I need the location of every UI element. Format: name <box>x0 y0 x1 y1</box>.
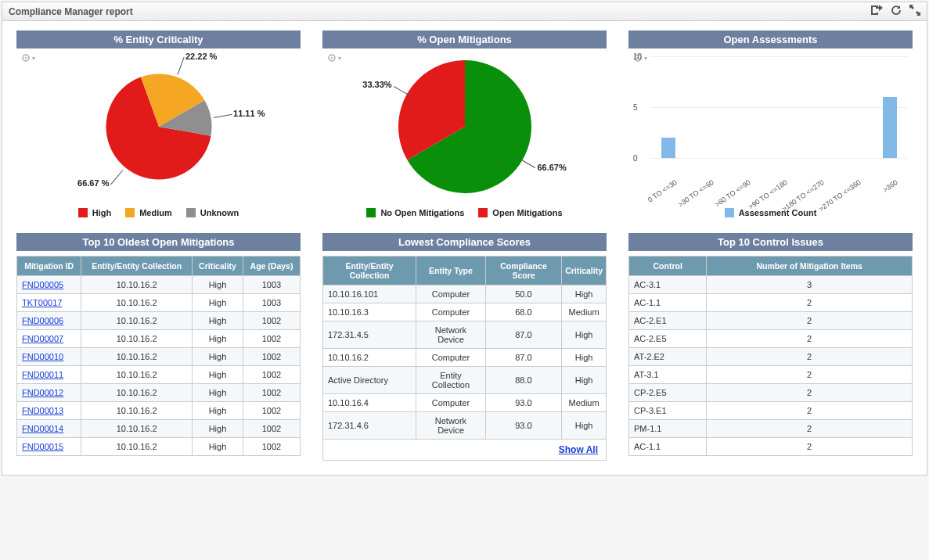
table-row[interactable]: FND0001010.10.16.2High1002 <box>17 348 301 366</box>
mitigation-link[interactable]: FND00010 <box>22 352 63 361</box>
table-row[interactable]: AC-2.E12 <box>629 312 913 330</box>
cell: Computer <box>416 303 486 321</box>
chart-legend: No Open MitigationsOpen Mitigations <box>322 208 607 217</box>
cell: 1002 <box>243 438 300 456</box>
svg-point-1 <box>25 57 27 59</box>
cell: 1002 <box>243 420 300 438</box>
table-row[interactable]: AC-1.12 <box>629 294 913 312</box>
legend-item[interactable]: Open Mitigations <box>478 208 562 217</box>
mitigation-link[interactable]: FND00005 <box>22 280 63 289</box>
chart-legend: HighMediumUnknown <box>16 208 301 217</box>
pie-slice-label: 22.22 % <box>185 52 217 61</box>
table-row[interactable]: CP-3.E12 <box>629 402 913 420</box>
mitigation-link[interactable]: FND00007 <box>22 334 63 343</box>
cell: 1003 <box>243 276 300 294</box>
table-row[interactable]: TKT0001710.10.16.2High1003 <box>17 294 301 312</box>
column-header[interactable]: Compliance Score <box>485 257 561 285</box>
column-header[interactable]: Entity/Entity Collection <box>323 257 416 285</box>
chart-options-icon[interactable]: ▾ <box>327 53 341 63</box>
mitigation-link[interactable]: TKT00017 <box>22 298 62 307</box>
cell: 93.0 <box>485 394 561 412</box>
panel-open-assessments: Open Assessments ▾ 05100 TO <=30>30 TO <… <box>628 31 913 217</box>
column-header[interactable]: Age (Days) <box>243 257 300 276</box>
table-row[interactable]: FND0001510.10.16.2High1002 <box>17 438 301 456</box>
mitigation-link[interactable]: FND00012 <box>22 388 63 397</box>
table-row[interactable]: AC-1.12 <box>629 438 913 456</box>
cell: Entity Collection <box>416 367 486 394</box>
pie-slice-label: 33.33% <box>362 80 391 89</box>
pie-slice-label: 66.67 % <box>77 178 109 188</box>
cell: High <box>562 367 607 394</box>
legend-item[interactable]: High <box>78 208 111 217</box>
mitigation-link[interactable]: FND00011 <box>22 370 63 379</box>
table-row[interactable]: FND0001110.10.16.2High1002 <box>17 366 301 384</box>
table-row[interactable]: CP-2.E52 <box>629 384 913 402</box>
column-header[interactable]: Mitigation ID <box>17 257 81 276</box>
cell: 88.0 <box>485 367 561 394</box>
mitigation-link[interactable]: FND00014 <box>22 424 63 433</box>
legend-swatch <box>78 208 88 217</box>
oldest-mitigations-table: Mitigation IDEntity/Entity CollectionCri… <box>16 256 301 456</box>
cell: Active Directory <box>323 367 416 394</box>
legend-label: High <box>92 208 111 217</box>
table-row[interactable]: PM-1.12 <box>629 420 913 438</box>
cell: High <box>192 384 243 402</box>
table-row[interactable]: AC-2.E52 <box>629 330 913 348</box>
table-row[interactable]: FND0001210.10.16.2High1002 <box>17 384 301 402</box>
cell: 1002 <box>243 348 300 366</box>
cell: 10.10.16.2 <box>323 349 416 367</box>
cell: 10.10.16.2 <box>81 366 193 384</box>
cell: High <box>192 402 243 420</box>
legend-item[interactable]: Unknown <box>186 208 239 217</box>
table-row[interactable]: FND0000610.10.16.2High1002 <box>17 312 301 330</box>
mitigation-link[interactable]: FND00015 <box>22 442 63 451</box>
cell: 1002 <box>243 330 300 348</box>
bar[interactable] <box>883 97 897 158</box>
cell: High <box>192 438 243 456</box>
table-row[interactable]: 10.10.16.2Computer87.0High <box>323 349 607 367</box>
chart-options-icon[interactable]: ▾ <box>21 53 35 63</box>
table-row[interactable]: 10.10.16.4Computer93.0Medium <box>323 394 607 412</box>
cell: High <box>562 412 607 440</box>
table-row[interactable]: Active DirectoryEntity Collection88.0Hig… <box>323 367 607 394</box>
table-row[interactable]: FND0000710.10.16.2High1002 <box>17 330 301 348</box>
table-row[interactable]: AT-3.12 <box>629 366 913 384</box>
table-row[interactable]: FND0001410.10.16.2High1002 <box>17 420 301 438</box>
legend-label: No Open Mitigations <box>380 208 464 217</box>
expand-icon[interactable] <box>909 5 920 18</box>
column-header[interactable]: Number of Mitigation Items <box>707 257 913 276</box>
table-row[interactable]: 172.31.4.6Network Device93.0High <box>323 412 607 440</box>
report-window: Compliance Manager report % Entity Criti… <box>2 2 927 476</box>
mitigation-link[interactable]: FND00013 <box>22 406 63 415</box>
table-row[interactable]: 172.31.4.5Network Device87.0High <box>323 321 607 349</box>
table-row[interactable]: 10.10.16.101Computer50.0High <box>323 285 607 303</box>
column-header[interactable]: Criticality <box>562 257 607 285</box>
table-row[interactable]: AT-2.E22 <box>629 348 913 366</box>
pie-entity-criticality: ▾ 66.67 %22.22 %11.11 % <box>16 48 301 205</box>
legend-item[interactable]: Medium <box>125 208 172 217</box>
table-row[interactable]: 10.10.16.3Computer68.0Medium <box>323 303 607 321</box>
export-icon[interactable] <box>870 5 883 18</box>
refresh-icon[interactable] <box>891 5 902 18</box>
panel-header: Top 10 Oldest Open Mitigations <box>16 233 301 251</box>
legend-item[interactable]: No Open Mitigations <box>366 208 464 217</box>
window-title: Compliance Manager report <box>9 6 133 17</box>
bar[interactable] <box>661 138 675 158</box>
cell: 172.31.4.5 <box>323 321 416 349</box>
column-header[interactable]: Entity Type <box>416 257 486 285</box>
column-header[interactable]: Criticality <box>192 257 243 276</box>
cell: 1002 <box>243 366 300 384</box>
column-header[interactable]: Entity/Entity Collection <box>81 257 193 276</box>
mitigation-link[interactable]: FND00006 <box>22 316 63 325</box>
cell: 2 <box>707 312 913 330</box>
table-row[interactable]: AC-3.13 <box>629 276 913 294</box>
pie-open-mitigations: ▾ 66.67%33.33% <box>322 48 607 205</box>
table-row[interactable]: FND0000510.10.16.2High1003 <box>17 276 301 294</box>
cell: 87.0 <box>485 349 561 367</box>
cell: 10.10.16.2 <box>81 402 193 420</box>
show-all-link[interactable]: Show All <box>559 444 598 455</box>
legend-swatch <box>366 208 376 217</box>
column-header[interactable]: Control <box>629 257 707 276</box>
cell: 2 <box>707 438 913 456</box>
table-row[interactable]: FND0001310.10.16.2High1002 <box>17 402 301 420</box>
